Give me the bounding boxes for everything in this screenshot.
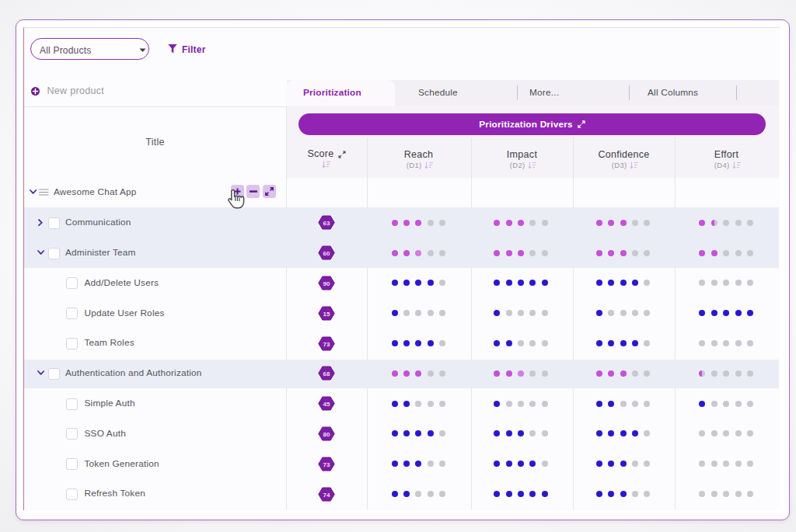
svg-text:73: 73	[323, 461, 330, 468]
svg-text:45: 45	[323, 401, 330, 408]
svg-text:80: 80	[323, 430, 330, 437]
svg-text:74: 74	[323, 491, 330, 498]
svg-text:68: 68	[323, 370, 330, 377]
svg-text:63: 63	[323, 220, 330, 227]
svg-text:90: 90	[323, 280, 330, 287]
svg-text:60: 60	[323, 250, 330, 257]
svg-text:15: 15	[323, 310, 330, 317]
svg-text:73: 73	[323, 340, 330, 347]
